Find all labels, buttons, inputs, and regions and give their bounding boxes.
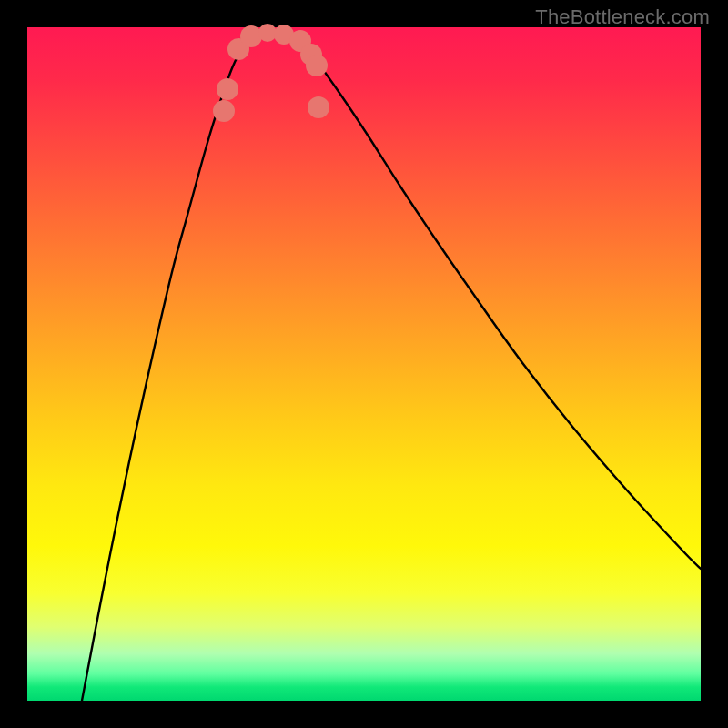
- chart-container: TheBottleneck.com: [0, 0, 728, 728]
- plot-area: [27, 27, 701, 701]
- curve-layer: [27, 27, 701, 701]
- bottleneck-curve: [82, 33, 701, 701]
- valley-marker: [217, 78, 238, 100]
- valley-marker: [240, 25, 262, 47]
- valley-marker: [308, 96, 329, 118]
- watermark-text: TheBottleneck.com: [535, 5, 710, 29]
- valley-marker: [213, 100, 235, 122]
- valley-marker: [258, 24, 277, 42]
- valley-marker: [306, 55, 328, 76]
